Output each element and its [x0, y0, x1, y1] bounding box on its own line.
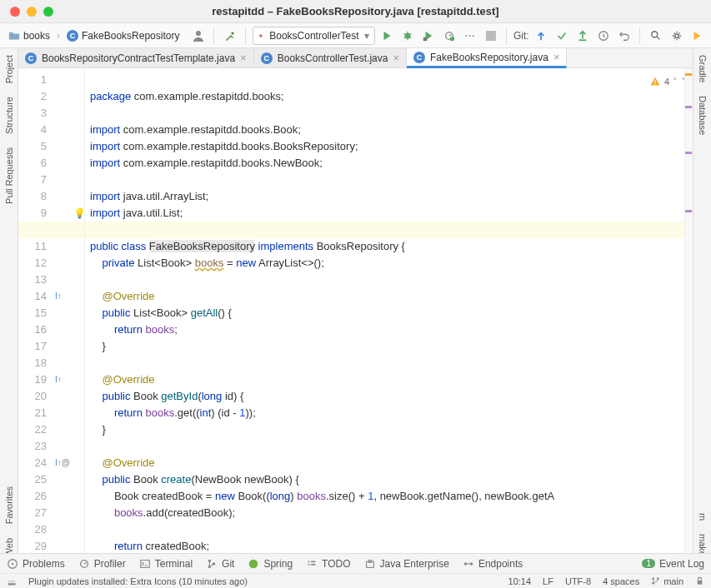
coverage-button[interactable] — [419, 27, 437, 45]
class-icon: C — [67, 30, 78, 42]
vcs-rollback-icon[interactable] — [615, 27, 633, 45]
problems-icon — [7, 558, 18, 570]
svg-rect-20 — [140, 560, 149, 567]
close-icon[interactable]: × — [240, 52, 247, 64]
tab-fake-repo[interactable]: CFakeBooksRepository.java× — [407, 48, 567, 68]
fold-column[interactable]: 💡 — [73, 68, 85, 553]
cursor-position[interactable]: 10:14 — [508, 576, 532, 586]
sidebar-favorites[interactable]: Favorites — [3, 480, 16, 531]
svg-point-4 — [405, 32, 411, 38]
svg-marker-14 — [694, 31, 701, 40]
profile-button[interactable] — [440, 27, 458, 45]
event-count-badge: 1 — [642, 559, 655, 568]
tool-git[interactable]: Git — [206, 558, 234, 570]
warning-icon — [649, 76, 661, 87]
tool-profiler[interactable]: Profiler — [78, 558, 126, 570]
svg-rect-28 — [311, 564, 315, 566]
code-area[interactable]: package com.example.restapitdd.books; im… — [85, 68, 693, 553]
tool-java-enterprise[interactable]: Java Enterprise — [364, 558, 449, 570]
line-ending[interactable]: LF — [543, 576, 553, 586]
tool-event-log[interactable]: 1Event Log — [642, 558, 704, 570]
svg-point-13 — [674, 33, 678, 37]
main-toolbar: books › CFakeBooksRepository BooksContro… — [0, 23, 711, 48]
status-message: Plugin updates installed: Extra Icons (1… — [28, 576, 248, 586]
svg-point-24 — [249, 559, 258, 568]
svg-rect-27 — [308, 564, 310, 566]
svg-point-8 — [450, 36, 454, 40]
run-anything-icon[interactable] — [688, 27, 706, 45]
enterprise-icon — [364, 558, 376, 570]
sidebar-structure[interactable]: Structure — [3, 90, 16, 141]
user-icon[interactable] — [189, 27, 207, 45]
svg-point-31 — [464, 562, 468, 566]
svg-rect-10 — [579, 39, 587, 41]
git-branch[interactable]: main — [651, 576, 683, 586]
intention-bulb-icon[interactable]: 💡 — [73, 205, 86, 222]
sidebar-m[interactable]: m — [696, 506, 709, 527]
tab-controller-test[interactable]: CBooksControllerTest.java× — [254, 48, 407, 67]
tool-spring[interactable]: Spring — [248, 558, 293, 570]
override-icon[interactable]: I↑ — [55, 288, 62, 305]
tool-todo[interactable]: TODO — [306, 558, 350, 570]
svg-rect-26 — [311, 561, 315, 562]
debug-button[interactable] — [399, 27, 417, 45]
bottom-tool-bar: Problems Profiler Terminal Git Spring TO… — [0, 553, 711, 573]
terminal-icon — [139, 558, 151, 570]
stop-button[interactable] — [482, 27, 499, 45]
build-icon[interactable] — [221, 27, 238, 45]
tab-contract-template[interactable]: CBooksRepositoryContractTestTemplate.jav… — [18, 48, 254, 67]
override-icon[interactable]: I↑@ — [55, 455, 70, 471]
status-icon[interactable] — [7, 576, 17, 586]
gear-icon[interactable] — [668, 27, 685, 45]
sidebar-gradle[interactable]: Gradle — [696, 48, 709, 89]
vcs-commit-icon[interactable] — [553, 27, 571, 45]
search-icon[interactable] — [647, 27, 664, 45]
vcs-update-icon[interactable] — [533, 27, 550, 45]
svg-rect-15 — [654, 80, 655, 83]
scrollbar[interactable] — [684, 68, 693, 553]
left-tool-strip: Project Structure Pull Requests Favorite… — [0, 48, 18, 563]
line-numbers: 1234567891011121314151617181920212223242… — [18, 68, 53, 553]
svg-point-32 — [470, 562, 473, 566]
more-run-icon[interactable]: ⋯ — [461, 27, 478, 45]
breadcrumb-class[interactable]: FakeBooksRepository — [82, 30, 179, 42]
svg-rect-9 — [486, 31, 496, 41]
svg-point-21 — [208, 559, 212, 562]
class-icon: C — [25, 52, 37, 64]
tool-problems[interactable]: Problems — [7, 558, 65, 570]
vcs-history-icon[interactable] — [594, 27, 612, 45]
spring-icon — [248, 558, 259, 570]
breadcrumb-books[interactable]: books — [23, 30, 50, 42]
indent-setting[interactable]: 4 spaces — [603, 576, 639, 586]
status-bar: Plugin updates installed: Extra Icons (1… — [0, 573, 711, 588]
svg-rect-38 — [698, 581, 703, 585]
todo-icon — [306, 558, 318, 570]
run-button[interactable] — [378, 27, 396, 45]
tool-terminal[interactable]: Terminal — [139, 558, 193, 570]
close-icon[interactable]: × — [553, 51, 560, 63]
sidebar-pull-requests[interactable]: Pull Requests — [3, 141, 16, 211]
vcs-push-icon[interactable] — [574, 27, 592, 45]
inspection-widget[interactable]: 4 ˄ ˅ — [646, 72, 689, 92]
svg-rect-34 — [8, 581, 16, 582]
svg-marker-3 — [384, 31, 391, 40]
run-config-selector[interactable]: BooksControllerTest ▾ — [253, 27, 375, 45]
encoding[interactable]: UTF-8 — [565, 576, 591, 586]
chevron-up-icon[interactable]: ˄ — [673, 73, 678, 90]
override-icon[interactable]: I↑ — [55, 371, 62, 388]
svg-rect-33 — [8, 583, 16, 585]
window-title: restapitdd – FakeBooksRepository.java [r… — [0, 5, 711, 17]
git-label: Git: — [513, 30, 529, 42]
right-tool-strip: Gradle Database m make — [693, 48, 711, 563]
tool-endpoints[interactable]: Endpoints — [463, 558, 523, 570]
title-bar: restapitdd – FakeBooksRepository.java [r… — [0, 0, 711, 23]
close-icon[interactable]: × — [393, 52, 399, 64]
svg-point-36 — [653, 582, 655, 585]
sidebar-database[interactable]: Database — [696, 89, 709, 142]
code-editor[interactable]: 1234567891011121314151617181920212223242… — [18, 68, 693, 553]
svg-point-12 — [651, 31, 657, 37]
breadcrumb[interactable]: books › CFakeBooksRepository — [5, 28, 183, 43]
sidebar-project[interactable]: Project — [3, 48, 16, 90]
svg-rect-16 — [654, 84, 655, 85]
lock-icon[interactable] — [695, 576, 704, 586]
